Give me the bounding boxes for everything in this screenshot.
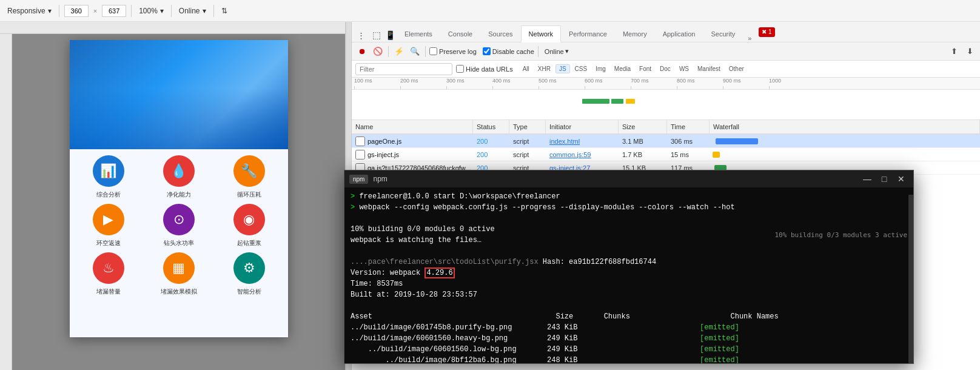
height-input[interactable] xyxy=(102,5,126,17)
header-name[interactable]: Name xyxy=(352,120,473,133)
filter-input[interactable] xyxy=(355,63,452,75)
width-input[interactable] xyxy=(64,5,89,17)
responsive-dropdown[interactable]: Responsive ▾ xyxy=(5,5,54,16)
tab-network[interactable]: Network xyxy=(521,25,561,42)
tab-application[interactable]: Application xyxy=(655,25,703,42)
app-icon-1-1: ⊙ xyxy=(163,204,195,235)
row-0-checkbox[interactable] xyxy=(355,136,365,146)
app-icon-0-2: 🔧 xyxy=(233,155,265,187)
toolbar-sep-3 xyxy=(538,46,539,57)
table-row[interactable]: gs-inject.js 200 script common.js:59 1.7… xyxy=(352,148,980,161)
zoom-dropdown[interactable]: 100% ▾ xyxy=(136,5,166,16)
header-initiator[interactable]: Initiator xyxy=(546,120,619,133)
filter-btn[interactable]: ⚡ xyxy=(392,45,406,58)
app-item-0-1[interactable]: 💧 净化能力 xyxy=(146,155,212,199)
zoom-arrow: ▾ xyxy=(160,7,164,15)
terminal-line-blank-2 xyxy=(351,246,907,257)
preserve-log-label[interactable]: Preserve log xyxy=(429,47,477,55)
hide-data-urls-checkbox[interactable] xyxy=(456,65,464,73)
app-item-2-1[interactable]: ▦ 堵漏效果模拟 xyxy=(146,252,212,296)
app-item-0-2[interactable]: 🔧 循环压耗 xyxy=(216,155,282,199)
app-row-3: ♨ 堵漏替量 ▦ 堵漏效果模拟 xyxy=(76,252,282,296)
disable-cache-checkbox[interactable] xyxy=(483,47,491,55)
app-label-1-1: 钻头水功率 xyxy=(164,239,194,247)
filter-xhr[interactable]: XHR xyxy=(534,64,554,73)
row-1-checkbox[interactable] xyxy=(355,150,365,160)
zoom-label: 100% xyxy=(139,7,158,15)
header-status[interactable]: Status xyxy=(473,120,509,133)
online-arrow: ▾ xyxy=(203,7,206,15)
filter-manifest[interactable]: Manifest xyxy=(694,64,724,73)
app-label-2-2: 智能分析 xyxy=(237,288,261,296)
top-toolbar: Responsive ▾ × 100% ▾ Online ▾ ⇅ xyxy=(0,0,980,22)
separator-3 xyxy=(171,5,172,17)
filter-media[interactable]: Media xyxy=(611,64,634,73)
disable-cache-label[interactable]: Disable cache xyxy=(483,47,534,55)
terminal-row-3: ../build/image/60601560.low-bg.png 249 K… xyxy=(351,344,907,355)
app-item-1-0[interactable]: ▶ 环空返速 xyxy=(76,204,141,247)
filter-doc[interactable]: Doc xyxy=(656,64,674,73)
preserve-log-checkbox[interactable] xyxy=(429,47,437,55)
table-row[interactable]: pageOne.js 200 script index.html 3.1 MB xyxy=(352,135,980,148)
terminal-scrollbar[interactable] xyxy=(908,195,913,363)
preview-content-area: 📊 综合分析 💧 净化能力 xyxy=(0,34,345,370)
filter-js[interactable]: JS xyxy=(555,64,570,73)
error-badge[interactable]: ✖ 1 xyxy=(759,27,774,37)
header-size[interactable]: Size xyxy=(619,120,667,133)
upload-download-area: ⬆ ⬇ xyxy=(947,45,976,58)
filter-all[interactable]: All xyxy=(519,64,533,73)
filter-img[interactable]: Img xyxy=(592,64,609,73)
download-btn[interactable]: ⬇ xyxy=(963,45,976,58)
header-waterfall[interactable]: Waterfall xyxy=(710,120,980,133)
filter-css[interactable]: CSS xyxy=(571,64,591,73)
terminal-maximize-btn[interactable]: □ xyxy=(877,172,891,186)
terminal-line-2: > webpack --config webpack.config.js --p… xyxy=(351,202,907,213)
terminal-minimize-btn[interactable]: — xyxy=(860,172,874,186)
tab-security[interactable]: Security xyxy=(703,25,743,42)
filter-ws[interactable]: WS xyxy=(676,64,693,73)
filter-font[interactable]: Font xyxy=(636,64,655,73)
tab-elements[interactable]: Elements xyxy=(397,25,440,42)
record-btn[interactable]: ⏺ xyxy=(355,45,369,58)
rotate-btn[interactable]: ⇅ xyxy=(219,5,230,16)
header-time[interactable]: Time xyxy=(667,120,710,133)
online-dropdown[interactable]: Online ▾ xyxy=(542,46,571,56)
app-icon-0-0: 📊 xyxy=(93,155,124,187)
inspect-element-btn[interactable]: ⬚ xyxy=(370,29,383,42)
terminal-close-btn[interactable]: ✕ xyxy=(894,172,908,186)
terminal-line-blank-3 xyxy=(351,300,907,311)
clear-btn[interactable]: 🚫 xyxy=(371,45,384,58)
search-btn[interactable]: 🔍 xyxy=(408,45,421,58)
terminal-line-5: ....pace\freelancer\src\todoList\purify.… xyxy=(351,257,907,267)
app-label-2-0: 堵漏替量 xyxy=(96,288,121,296)
timeline-ruler: 100 ms 200 ms 300 ms 400 ms 500 ms 600 m… xyxy=(352,78,980,90)
upload-btn[interactable]: ⬆ xyxy=(947,45,961,58)
app-item-2-0[interactable]: ♨ 堵漏替量 xyxy=(76,252,141,296)
tab-sources[interactable]: Sources xyxy=(480,25,520,42)
filter-other[interactable]: Other xyxy=(725,64,748,73)
device-toolbar-btn[interactable]: 📱 xyxy=(383,29,397,42)
tab-more[interactable]: » xyxy=(743,35,756,42)
preview-viewport[interactable]: 📊 综合分析 💧 净化能力 xyxy=(12,34,345,370)
devtools-menu-btn[interactable]: ⋮ xyxy=(354,29,368,42)
terminal-window: npm npm — □ ✕ > freelancer@1.0.0 start D… xyxy=(344,170,914,364)
app-item-0-0[interactable]: 📊 综合分析 xyxy=(76,155,141,199)
tick-200ms: 200 ms xyxy=(400,78,418,84)
separator-4 xyxy=(213,5,214,17)
header-type[interactable]: Type xyxy=(509,120,546,133)
online-dropdown[interactable]: Online ▾ xyxy=(176,5,209,16)
hide-data-urls-label[interactable]: Hide data URLs xyxy=(456,65,513,73)
app-item-2-2[interactable]: ⚙ 智能分析 xyxy=(216,252,282,296)
separator-1 xyxy=(59,5,59,17)
tab-memory[interactable]: Memory xyxy=(615,25,655,42)
app-item-1-2[interactable]: ◉ 起钻重浆 xyxy=(216,204,282,247)
row-1-status: 200 xyxy=(473,148,509,161)
tab-console[interactable]: Console xyxy=(440,25,480,42)
app-label-0-0: 综合分析 xyxy=(96,190,121,199)
ruler-left xyxy=(0,34,12,370)
app-item-1-1[interactable]: ⊙ 钻头水功率 xyxy=(146,204,212,247)
row-0-name: pageOne.js xyxy=(352,135,473,147)
online-label: Online xyxy=(179,7,200,15)
app-icon-2-0: ♨ xyxy=(93,252,124,284)
tab-performance[interactable]: Performance xyxy=(561,25,615,42)
